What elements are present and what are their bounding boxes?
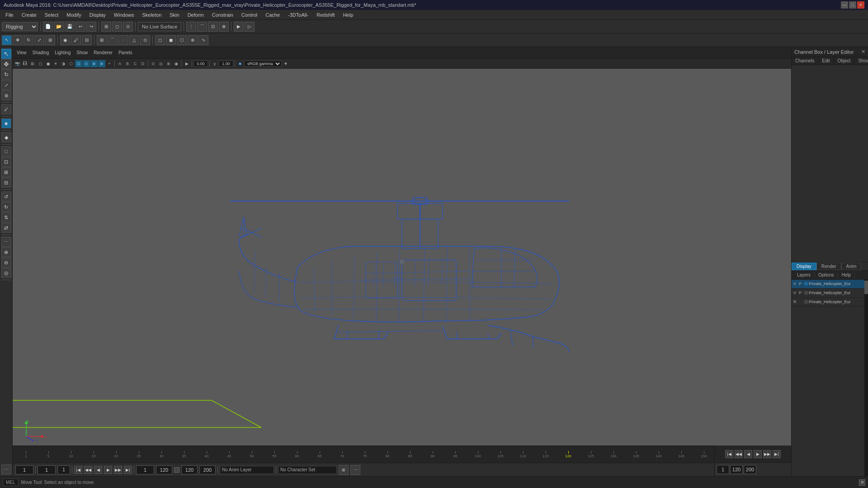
menu-skeleton[interactable]: Skeleton (138, 11, 165, 19)
universal-lt-btn[interactable]: ⊞ (1, 90, 11, 100)
tab-object[interactable]: Object (834, 57, 855, 65)
range-start-input[interactable] (136, 465, 154, 474)
show-hide-btn[interactable]: ◻ (155, 35, 165, 45)
vp-shadow-icon[interactable]: ◑ (60, 60, 67, 67)
layers-tab[interactable]: Layers (793, 272, 815, 278)
rotate-tool-btn[interactable]: ↻ (24, 35, 33, 45)
vp-film-icon[interactable]: 🎞 (21, 60, 28, 67)
transform-constraint-btn[interactable]: ⊟ (82, 35, 92, 45)
snap-view-btn[interactable]: ⊕ (219, 22, 229, 32)
menu-modify[interactable]: Modify (63, 11, 85, 19)
rp-play-btn[interactable]: ▶ (754, 450, 762, 458)
scale-tool-btn[interactable]: ⤢ (34, 35, 44, 45)
snap-point-btn[interactable]: ⊡ (208, 22, 218, 32)
vp-grid-icon[interactable]: ⊞ (29, 60, 36, 67)
menu-constrain[interactable]: Constrain (208, 11, 237, 19)
total-end2-input[interactable] (199, 465, 216, 474)
select-lt-btn[interactable]: ↖ (1, 49, 11, 59)
play-btn[interactable]: ▶ (104, 466, 112, 474)
minimize-button[interactable]: — (841, 1, 848, 9)
options-tab[interactable]: Options (815, 272, 838, 278)
go-to-start-btn[interactable]: |◀ (74, 466, 82, 474)
move-tool-btn[interactable]: ✥ (13, 35, 23, 45)
xray-btn[interactable]: ⬡ (177, 35, 187, 45)
mode-selector[interactable]: Rigging Animation Modeling (2, 22, 38, 31)
vp-active2-icon[interactable]: ⊕ (90, 60, 98, 67)
vp-b-icon[interactable]: B (124, 60, 131, 67)
move-lt-btn[interactable]: ✥ (1, 59, 11, 69)
menu-help[interactable]: Help (340, 11, 357, 19)
timeline-ruler[interactable]: 1 5 10 15 20 (13, 446, 714, 463)
snap-to-poly-btn2[interactable]: △ (129, 35, 139, 45)
undo-btn[interactable]: ↩ (75, 22, 85, 32)
vp-camera-icon[interactable]: 📷 (14, 60, 21, 67)
vp-f-icon[interactable]: ◎ (157, 60, 165, 67)
soft-select-btn[interactable]: ◉ (60, 35, 70, 45)
vp-g-icon[interactable]: ⊕ (165, 60, 172, 67)
redo-btn[interactable]: ↪ (86, 22, 96, 32)
current-frame-input[interactable] (15, 465, 33, 474)
icon-misc3[interactable]: ⊖ (1, 258, 11, 267)
mel-button[interactable]: MEL (3, 479, 19, 486)
vp-smooth-icon[interactable]: ◼ (44, 60, 52, 67)
anim-tab[interactable]: Anim (841, 263, 862, 270)
lighting-menu[interactable]: Lighting (52, 49, 73, 56)
viewport-3d[interactable]: x y z persp (13, 69, 791, 446)
vp-c-icon[interactable]: C (132, 60, 139, 67)
show-menu[interactable]: Show (74, 49, 90, 56)
tab-show[interactable]: Show (854, 57, 868, 65)
joint-size-btn[interactable]: ⊕ (188, 35, 198, 45)
total-end-input[interactable] (181, 465, 198, 474)
snap-curve-btn[interactable]: ⌒ (197, 22, 207, 32)
vp-active-icon[interactable]: ⊙ (83, 60, 90, 67)
layer-visibility-1[interactable]: V (793, 282, 798, 286)
paint-ops-btn[interactable]: 🖊 (1, 104, 11, 114)
rp-end-input[interactable] (730, 465, 743, 474)
layer-type-2[interactable]: P (799, 291, 803, 295)
viewport[interactable]: View Shading Lighting Show Renderer Pane… (13, 47, 791, 446)
menu-display[interactable]: Display (86, 11, 109, 19)
render-tab[interactable]: Render (816, 263, 841, 270)
icon-rot1[interactable]: ↺ (1, 192, 11, 202)
vp-h-icon[interactable]: ◉ (173, 60, 180, 67)
icon-misc1[interactable]: ⋯ (1, 237, 11, 247)
icon-misc2[interactable]: ⊕ (1, 247, 11, 257)
paint-select-btn[interactable]: 🖊 (71, 35, 81, 45)
snap-to-grid-btn2[interactable]: ⊞ (97, 35, 107, 45)
menu-file[interactable]: File (2, 11, 17, 19)
rp-end-btn[interactable]: ▶| (773, 450, 781, 458)
tab-channels[interactable]: Channels (792, 57, 818, 65)
universal-manip-btn[interactable]: ⊞ (45, 35, 55, 45)
vp-xray-icon[interactable]: ⬡ (67, 60, 75, 67)
icon-arrow2[interactable]: ⇄ (1, 223, 11, 233)
icon-sq3[interactable]: ⊡ (1, 157, 11, 167)
rp-back-btn[interactable]: ◀◀ (735, 450, 743, 458)
vp-wireframe-on-shaded[interactable]: ⊡ (75, 60, 82, 67)
help-tab[interactable]: Help (838, 272, 855, 278)
icon-sq4[interactable]: ⊞ (1, 167, 11, 177)
select-tool-btn[interactable]: ↖ (2, 35, 12, 45)
vp-gamma-icon[interactable]: γ (211, 60, 218, 67)
rp-next-btn[interactable]: ▶▶ (763, 450, 771, 458)
render-btn[interactable]: ▶ (234, 22, 244, 32)
icon-sq5[interactable]: ⊟ (1, 178, 11, 188)
status-icon1[interactable]: ⚙ (859, 479, 865, 486)
snap-to-proj-btn2[interactable]: ⊙ (140, 35, 150, 45)
icon-arrow1[interactable]: ⇅ (1, 212, 11, 222)
tab-edit[interactable]: Edit (818, 57, 834, 65)
save-scene-btn[interactable]: 💾 (65, 22, 75, 32)
icon-misc4[interactable]: ◎ (1, 268, 11, 278)
renderer-menu[interactable]: Renderer (91, 49, 115, 56)
next-frame-btn[interactable]: ▶▶ (114, 466, 122, 474)
rp-total-input[interactable] (744, 465, 756, 474)
no-live-surface-indicator[interactable]: No Live Surface (138, 22, 181, 31)
icon-misc5[interactable]: ⋯ (1, 465, 11, 474)
menu-select[interactable]: Select (41, 11, 62, 19)
frame-field2[interactable] (38, 465, 56, 474)
vp-active3-icon[interactable]: ⊗ (98, 60, 105, 67)
lasso-btn[interactable]: ⊙ (123, 22, 133, 32)
rp-start-btn[interactable]: |◀ (725, 450, 733, 458)
vp-e-icon[interactable]: ⊙ (150, 60, 157, 67)
maximize-button[interactable]: □ (849, 1, 856, 9)
rp-prev-btn[interactable]: ◀ (744, 450, 752, 458)
